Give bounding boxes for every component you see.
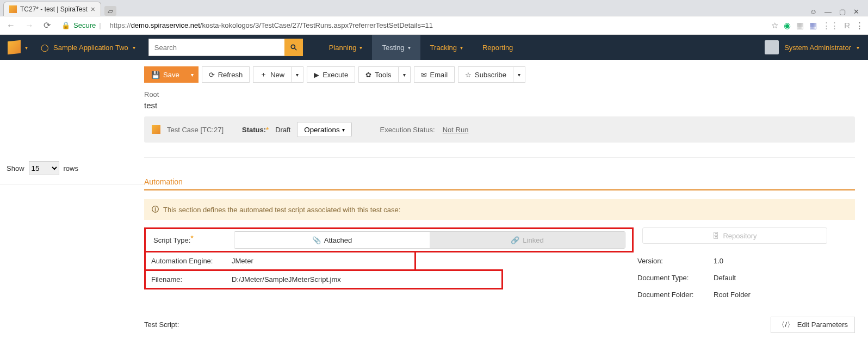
chevron-down-icon: ▾ [518,72,520,78]
record-toolbar: 💾Save ▾ ⟳Refresh ＋New ▾ ▶Execute ✿Tools … [144,60,855,87]
brand[interactable]: ▾ [0,41,35,54]
script-type-toggle: 📎Attached 🔗Linked [234,231,625,249]
test-script-label: Test Script: [144,316,230,333]
menu-tracking[interactable]: Tracking▾ [420,35,473,60]
chevron-down-icon: ▾ [403,72,406,78]
brand-icon [8,40,21,55]
reload-icon[interactable]: ⟳ [41,20,53,30]
attachment-icon: 📎 [312,236,321,244]
status-bar: Test Case [TC:27] Status:* Draft Operati… [144,116,855,143]
rows-rows-label: rows [64,164,78,172]
chevron-down-icon: ▾ [857,45,859,51]
svg-line-1 [295,48,297,51]
refresh-icon-small: ◯ [41,44,49,52]
info-banner: ⓘ This section defines the automated tes… [144,199,855,220]
url-display[interactable]: https://demo.spiraservice.net/kosta-koko… [110,21,433,29]
script-type-repository[interactable]: 🗄Repository [642,227,827,244]
script-type-attached[interactable]: 📎Attached [234,232,430,248]
refresh-button[interactable]: ⟳Refresh [202,66,250,83]
minimize-icon[interactable]: — [824,8,832,16]
menu-reporting[interactable]: Reporting [473,35,523,60]
back-icon[interactable]: ← [4,21,17,30]
execute-button[interactable]: ▶Execute [307,66,355,83]
forward-icon[interactable]: → [23,21,36,30]
tools-button[interactable]: ✿Tools [358,66,398,83]
chevron-down-icon: ▾ [25,45,28,51]
breadcrumb[interactable]: Root [144,90,855,98]
save-icon: 💾 [151,71,160,79]
secure-label: Secure [73,21,96,29]
lock-icon: 🔒 [61,21,70,29]
record-title: test [144,101,855,110]
extension-icon[interactable]: ⋮⋮ [822,21,839,30]
svg-point-0 [291,45,295,48]
url-host: demo.spiraservice.net [131,21,200,29]
project-name: Sample Application Two [53,44,128,52]
script-type-label: Script Type:* [148,232,234,249]
menu-planning[interactable]: Planning▾ [319,35,373,60]
menu-icon[interactable]: ⋮ [855,21,864,30]
gear-icon: ✿ [365,71,371,79]
email-icon: ✉ [421,71,427,79]
close-window-icon[interactable]: ✕ [853,8,859,16]
section-heading-automation[interactable]: Automation [144,174,855,190]
filename-value[interactable]: D:/JMeter/SampleJMeterScript.jmx [232,271,460,288]
operations-dropdown[interactable]: Operations▾ [297,122,351,137]
refresh-icon: ⟳ [209,71,215,79]
version-value[interactable]: 1.0 [714,252,855,269]
maximize-icon[interactable]: ▢ [839,8,846,16]
grammarly-icon[interactable]: ◉ [784,21,791,30]
info-text: This section defines the automated test … [163,206,400,214]
close-icon[interactable]: × [91,5,95,14]
item-id: Test Case [TC:27] [167,126,224,134]
email-button[interactable]: ✉Email [414,66,455,83]
info-icon: ⓘ [152,205,159,214]
execution-status-label: Execution Status: [380,126,435,134]
app-icon [9,5,17,13]
tools-dropdown[interactable]: ▾ [399,66,411,83]
url-prefix: https:// [110,21,131,29]
subscribe-dropdown[interactable]: ▾ [513,66,525,83]
browser-tab[interactable]: TC27* - test | SpiraTest × [3,2,101,16]
new-tab-button[interactable]: ▱ [104,6,116,16]
extension-icon[interactable]: R [844,21,850,30]
subscribe-button[interactable]: ☆Subscribe [458,66,513,83]
chevron-down-icon: ▾ [133,45,135,51]
window-controls: ☺ — ▢ ✕ [804,8,865,16]
rows-show-label: Show [7,164,24,172]
tab-title: TC27* - test | SpiraTest [20,5,88,13]
new-dropdown[interactable]: ▾ [292,66,303,83]
search-icon [290,44,297,51]
extension-icon[interactable]: ▦ [809,21,817,30]
document-folder-value[interactable]: Root Folder [714,286,855,303]
code-icon: 〈/〉 [778,320,794,330]
repository-icon: 🗄 [712,232,720,240]
document-type-label: Document Type: [632,269,714,286]
link-icon: 🔗 [511,236,519,244]
star-icon: ☆ [465,71,472,79]
plus-icon: ＋ [260,70,267,79]
automation-engine-value[interactable]: JMeter [232,252,373,269]
extension-icon[interactable]: ▦ [796,21,804,30]
chevron-down-icon: ▾ [342,127,345,133]
document-folder-label: Document Folder: [632,286,714,303]
search-input[interactable] [148,39,284,56]
menu-testing[interactable]: Testing▾ [372,35,420,60]
document-type-value[interactable]: Default [714,269,855,286]
user-menu[interactable]: System Administrator ▾ [756,40,868,54]
search-button[interactable] [284,39,303,56]
play-icon: ▶ [314,71,319,79]
edit-parameters-button[interactable]: 〈/〉Edit Parameters [771,317,855,333]
profile-icon[interactable]: ☺ [810,8,817,16]
rows-select[interactable]: 15 [29,161,59,175]
script-type-linked[interactable]: 🔗Linked [430,232,625,248]
save-dropdown[interactable]: ▾ [187,66,199,83]
testcase-icon [152,125,160,134]
new-button[interactable]: ＋New [253,66,292,83]
project-dropdown[interactable]: ◯ Sample Application Two ▾ [35,44,141,52]
execution-status-value[interactable]: Not Run [443,126,469,134]
status-value: Draft [275,126,290,134]
browser-tab-strip: TC27* - test | SpiraTest × ▱ ☺ — ▢ ✕ [0,0,868,16]
save-button[interactable]: 💾Save [144,66,187,83]
bookmark-star-icon[interactable]: ☆ [771,21,778,30]
